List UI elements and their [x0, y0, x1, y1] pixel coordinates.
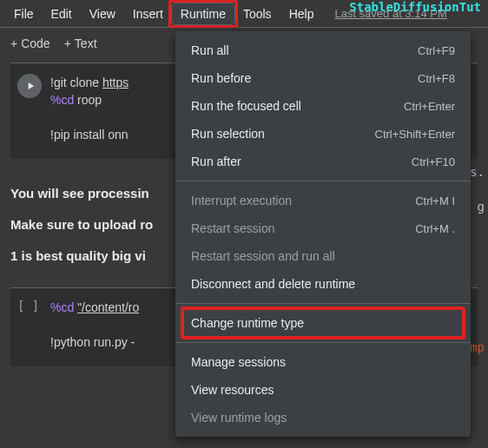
plus-icon: +: [64, 36, 71, 50]
menu-runtime[interactable]: Runtime: [172, 3, 234, 24]
menu-view[interactable]: View: [81, 3, 124, 24]
add-text-button[interactable]: + Text: [64, 36, 97, 50]
menu-restart: Restart sessionCtrl+M .: [175, 214, 471, 242]
dd-label: Run after: [191, 155, 241, 168]
runtime-dropdown: Run allCtrl+F9 Run beforeCtrl+F8 Run the…: [175, 31, 471, 437]
menu-disconnect-delete[interactable]: Disconnect and delete runtime: [175, 270, 471, 298]
play-icon: [24, 80, 36, 92]
code-editor-2[interactable]: %cd "/content/ro !python run.py -: [50, 299, 139, 351]
menu-insert[interactable]: Insert: [124, 3, 172, 24]
menu-manage-sessions[interactable]: Manage sessions: [175, 348, 471, 376]
dd-label: Run selection: [191, 127, 265, 141]
dd-shortcut: Ctrl+Enter: [404, 100, 455, 113]
dd-label: Run all: [191, 43, 229, 57]
menu-run-after[interactable]: Run afterCtrl+F10: [175, 148, 471, 175]
cutoff-text: mp: [470, 340, 485, 354]
menu-run-before[interactable]: Run beforeCtrl+F8: [175, 64, 471, 92]
cutoff-text: s.: [470, 165, 485, 179]
dd-label: Run before: [191, 71, 251, 85]
menu-view-resources[interactable]: View resources: [175, 376, 471, 404]
dd-shortcut: Ctrl+F8: [418, 72, 455, 85]
menu-edit[interactable]: Edit: [43, 3, 81, 24]
dd-label: Disconnect and delete runtime: [191, 277, 355, 291]
code-editor-1[interactable]: !git clone https %cd roop !pip install o…: [50, 74, 129, 143]
dd-shortcut: Ctrl+M I: [415, 194, 455, 208]
menu-run-selection[interactable]: Run selectionCtrl+Shift+Enter: [175, 120, 471, 148]
dd-shortcut: Ctrl+F9: [418, 44, 455, 57]
dd-label: Run the focused cell: [191, 99, 301, 113]
menu-restart-run-all: Restart session and run all: [175, 242, 471, 270]
menu-tools[interactable]: Tools: [234, 3, 280, 24]
menu-runtime-label: Runtime: [181, 7, 226, 21]
code-text: roop: [74, 93, 102, 107]
menubar: File Edit View Insert Runtime Tools Help…: [0, 0, 488, 28]
menu-view-logs: View runtime logs: [175, 404, 471, 432]
separator: [175, 342, 471, 343]
add-code-button[interactable]: + Code: [10, 36, 50, 50]
last-saved-text[interactable]: Last saved at 3:14 PM: [334, 7, 446, 20]
dd-label: View resources: [191, 383, 274, 397]
menu-file[interactable]: File: [5, 3, 43, 24]
separator: [175, 303, 471, 304]
separator: [175, 181, 471, 181]
dd-label: Manage sessions: [191, 355, 286, 369]
plus-icon: +: [10, 36, 17, 50]
menu-change-runtime[interactable]: Change runtime type: [175, 309, 471, 337]
add-text-label: Text: [75, 36, 97, 50]
menu-run-all[interactable]: Run allCtrl+F9: [175, 36, 471, 64]
code-text: !pip install onn: [50, 128, 129, 142]
run-cell-button[interactable]: [17, 74, 42, 98]
dd-label: Interrupt execution: [191, 194, 292, 208]
code-text: !python run.py -: [50, 335, 135, 349]
code-magic: %cd: [50, 93, 74, 107]
dd-shortcut: Ctrl+M .: [415, 222, 455, 235]
add-code-label: Code: [21, 36, 49, 50]
code-magic: %cd: [50, 300, 74, 314]
code-text: !git clone: [50, 76, 102, 89]
dd-label: Change runtime type: [191, 316, 304, 330]
dd-shortcut: Ctrl+Shift+Enter: [375, 128, 456, 141]
dd-label: Restart session: [191, 221, 274, 235]
dd-shortcut: Ctrl+F10: [412, 155, 455, 168]
dd-label: Restart session and run all: [191, 249, 335, 263]
dd-label: View runtime logs: [191, 411, 287, 425]
execution-count: [ ]: [17, 299, 42, 351]
menu-interrupt: Interrupt executionCtrl+M I: [175, 187, 471, 214]
code-link: https: [102, 76, 129, 89]
menu-run-focused[interactable]: Run the focused cellCtrl+Enter: [175, 92, 471, 120]
code-string: "/content/ro: [77, 300, 139, 314]
cutoff-text: g: [478, 200, 485, 214]
menu-help[interactable]: Help: [280, 3, 323, 24]
